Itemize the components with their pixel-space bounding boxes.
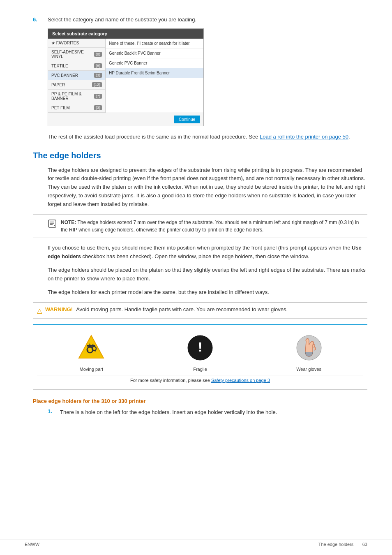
- moving-part-icon: [77, 333, 106, 363]
- category-label: SELF-ADHESIVE VINYL: [51, 50, 94, 59]
- warning-label: WARNING!: [45, 306, 73, 312]
- substrate-categories: ★ FAVORITES SELF-ADHESIVE VINYL (8) TEXT…: [48, 39, 106, 113]
- wear-gloves-label: Wear gloves: [296, 367, 321, 372]
- wear-gloves-icon: [295, 333, 323, 363]
- warning-text: Avoid moving parts. Handle fragile parts…: [76, 306, 288, 312]
- fragile-item: ! Fragile: [180, 333, 221, 372]
- normal-load-suffix: .: [348, 134, 350, 140]
- dialog-body: ★ FAVORITES SELF-ADHESIVE VINYL (8) TEXT…: [48, 39, 203, 113]
- substrate-generic-backlit[interactable]: Generic Backlit PVC Banner: [106, 49, 203, 58]
- category-label: PET FILM: [51, 106, 70, 110]
- para-4: The edge holders for each printer model …: [48, 288, 367, 297]
- step-1-number: 1.: [48, 408, 55, 416]
- substrate-generic-pvc[interactable]: Generic PVC Banner: [106, 58, 203, 68]
- section-step-1: 1. There is a hole on the left for the e…: [48, 408, 367, 416]
- substrate-hp-durable[interactable]: HP Durable Frontlit Scrim Banner: [106, 68, 203, 78]
- svg-text:!: !: [198, 340, 203, 354]
- step-number: 6.: [33, 16, 41, 23]
- normal-load-text: The rest of the assisted load procedure …: [48, 133, 367, 141]
- category-paper[interactable]: PAPER (12): [48, 80, 105, 90]
- category-label: PVC BANNER: [51, 73, 78, 78]
- warning-box: △ WARNING! Avoid moving parts. Handle fr…: [33, 302, 367, 319]
- para-2-end: checkbox has been checked). Open the win…: [81, 253, 309, 259]
- note-icon: [48, 219, 57, 234]
- substrate-dialog: Select substrate category ★ FAVORITES SE…: [48, 28, 204, 126]
- note-label: NOTE:: [61, 220, 76, 225]
- category-count: (8): [94, 52, 102, 57]
- note-box: NOTE: The edge holders extend 7 mm over …: [33, 214, 367, 238]
- footer-page: 63: [362, 542, 367, 547]
- category-pet-film[interactable]: PET FILM (3): [48, 103, 105, 113]
- para-3: The edge holders should be placed on the…: [48, 266, 367, 283]
- star-icon: ★ FAVORITES: [51, 41, 79, 45]
- category-count: (7): [94, 94, 102, 99]
- section-heading: The edge holders: [33, 151, 367, 160]
- category-favorites[interactable]: ★ FAVORITES: [48, 39, 105, 48]
- note-content: NOTE: The edge holders extend 7 mm over …: [61, 219, 363, 234]
- footer-right-prefix: The edge holders: [318, 542, 354, 547]
- category-count: (8): [94, 63, 102, 68]
- dialog-footer: Continue: [48, 113, 203, 126]
- step-6: 6. Select the category and name of the s…: [33, 16, 367, 23]
- category-self-adhesive[interactable]: SELF-ADHESIVE VINYL (8): [48, 48, 105, 61]
- footer-right: The edge holders 63: [318, 542, 367, 547]
- category-pvc-banner[interactable]: PVC BANNER (3): [48, 71, 105, 80]
- category-textile[interactable]: TEXTILE (8): [48, 61, 105, 71]
- note-text: The edge holders extend 7 mm over the ed…: [61, 220, 359, 233]
- para-2: If you choose to use them, you should mo…: [48, 244, 367, 261]
- para-2-prefix: If you choose to use them, you should mo…: [48, 245, 352, 251]
- para-1: The edge holders are designed to prevent…: [48, 166, 367, 209]
- normal-load-link[interactable]: Load a roll into the printer on page 50: [260, 134, 348, 140]
- safety-precautions-link[interactable]: Safety precautions on page 3: [211, 378, 270, 383]
- safety-info-line: For more safety information, please see …: [37, 375, 363, 385]
- category-count: (3): [94, 73, 102, 78]
- category-label: PP & PE FILM & BANNER: [51, 92, 94, 101]
- subsection-heading: Place edge holders for the 310 or 330 pr…: [33, 398, 367, 404]
- substrate-none[interactable]: None of these, I'll create or search for…: [106, 39, 203, 49]
- safety-icons-section: Moving part ! Fragile: [33, 324, 367, 390]
- continue-button[interactable]: Continue: [174, 116, 200, 123]
- category-count: (3): [94, 105, 102, 110]
- category-count: (12): [92, 82, 102, 87]
- footer-left: ENWW: [25, 542, 39, 547]
- dialog-title: Select substrate category: [48, 29, 203, 39]
- normal-load-prefix: The rest of the assisted load procedure …: [48, 134, 260, 140]
- category-label: PAPER: [51, 83, 65, 87]
- page-footer: ENWW The edge holders 63: [0, 539, 392, 547]
- category-label: TEXTILE: [51, 64, 68, 68]
- fragile-label: Fragile: [193, 367, 207, 372]
- fragile-icon: !: [186, 333, 214, 363]
- category-pp-pe[interactable]: PP & PE FILM & BANNER (7): [48, 90, 105, 103]
- moving-part-label: Moving part: [80, 367, 103, 372]
- step-text: Select the category and name of the subs…: [48, 16, 196, 23]
- step-1-text: There is a hole on the left for the edge…: [60, 408, 277, 416]
- substrate-names: None of these, I'll create or search for…: [106, 39, 203, 113]
- warning-triangle-icon: △: [37, 307, 42, 314]
- moving-part-item: Moving part: [71, 333, 112, 372]
- wear-gloves-item: Wear gloves: [288, 333, 330, 372]
- safety-icons-row: Moving part ! Fragile: [37, 333, 363, 372]
- safety-info-prefix: For more safety information, please see: [130, 378, 211, 383]
